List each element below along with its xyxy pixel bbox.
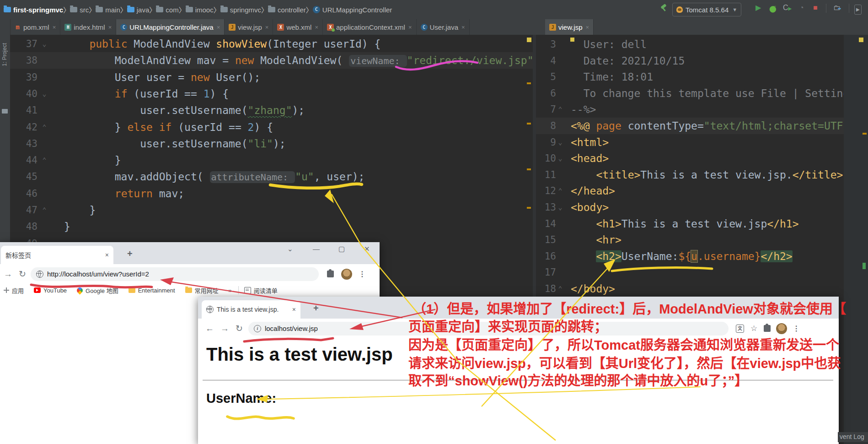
extensions-icon[interactable] <box>327 271 334 277</box>
code-line-17[interactable]: 17 <box>536 264 844 281</box>
breadcrumb-item-first-springmvc[interactable]: first-springmvc <box>4 6 63 14</box>
bookmark-应用[interactable]: 应用 <box>4 286 24 295</box>
minimize-icon[interactable]: — <box>313 245 320 253</box>
tab-URLMappingController.java[interactable]: CURLMappingController.java× <box>116 19 225 35</box>
close-icon[interactable]: × <box>217 24 220 31</box>
close-icon[interactable]: × <box>265 24 269 31</box>
profile-avatar[interactable] <box>776 323 787 334</box>
code-line-15[interactable]: 15 <hr> <box>536 232 844 248</box>
code-line-11[interactable]: 11 <title>This is a test view.jsp.</titl… <box>536 167 844 183</box>
close-icon[interactable]: × <box>408 24 412 31</box>
browser1-tab[interactable]: 新标签页 × <box>1 246 113 264</box>
code-line-42[interactable]: 42⌃ } else if (userId == 2) { <box>10 119 533 135</box>
profile-avatar[interactable] <box>341 269 352 280</box>
fold-icon[interactable]: ⌃ <box>556 281 564 297</box>
fold-icon[interactable]: ⌃ <box>38 152 51 168</box>
tab-index.html[interactable]: Hindex.html× <box>60 19 116 35</box>
breadcrumb-item-imooc[interactable]: imooc <box>186 6 214 14</box>
breadcrumb-item-URLMappingController[interactable]: CURLMappingController <box>313 6 392 14</box>
fold-icon[interactable]: ⌄ <box>38 36 51 52</box>
new-tab-button[interactable]: + <box>127 249 133 259</box>
code-line-13[interactable]: 13⌄<body> <box>536 199 844 216</box>
fold-icon[interactable]: ⌄ <box>38 86 51 102</box>
back-icon[interactable]: ← <box>205 324 214 334</box>
tab-view.jsp[interactable]: Jview.jsp× <box>225 19 273 35</box>
close-icon[interactable]: ✕ <box>364 245 370 253</box>
breadcrumb-item-com[interactable]: com <box>156 6 178 14</box>
profiler-button[interactable]: ◔ <box>799 4 804 12</box>
fold-icon[interactable]: ⌃ <box>556 183 564 199</box>
reload-icon[interactable]: ↻ <box>19 269 26 279</box>
bookmarks-overflow-icon[interactable]: » <box>229 287 232 294</box>
debug-button[interactable]: ⬤̈ <box>769 5 777 13</box>
code-line-39[interactable]: 39 User user = new User(); <box>10 69 533 86</box>
code-line-3[interactable]: 3 User: dell <box>536 36 844 53</box>
code-line-47[interactable]: 47⌃ } <box>10 202 533 218</box>
menu-kebab-icon[interactable]: ⋮ <box>793 324 800 333</box>
code-line-18[interactable]: 18⌃</body> <box>536 281 844 297</box>
close-icon[interactable]: × <box>53 24 56 31</box>
breadcrumb-item-controller[interactable]: controller <box>268 6 306 14</box>
code-line-5[interactable]: 5 Time: 18:01 <box>536 69 844 85</box>
code-line-10[interactable]: 10⌄<head> <box>536 150 844 167</box>
reading-list-button[interactable]: 阅读清单 <box>244 286 278 295</box>
bookmark-star-icon[interactable]: ☆ <box>750 324 757 333</box>
tab-applicationContext.xml[interactable]: XapplicationContext.xml× <box>323 19 417 35</box>
code-line-9[interactable]: 9⌄<html> <box>536 134 844 151</box>
stop-button[interactable]: ■ <box>813 4 818 12</box>
scrollbar-stripe-area[interactable] <box>844 35 868 444</box>
tab-pom.xml[interactable]: mpom.xml× <box>10 19 60 35</box>
tab-web.xml[interactable]: Xweb.xml× <box>273 19 323 35</box>
bookmark-Entertainment[interactable]: Entertainment <box>129 286 175 295</box>
build-hammer-icon[interactable] <box>660 5 667 11</box>
project-structure-icon[interactable]: 🗀▪▪ <box>833 4 841 13</box>
fold-icon[interactable]: ⌄ <box>556 134 564 151</box>
fold-icon[interactable]: ⌄ <box>556 150 564 167</box>
run-button[interactable]: ▶ <box>755 4 761 12</box>
browser2-tab[interactable]: This is a test view.jsp. × <box>202 300 300 319</box>
code-line-37[interactable]: 37⌄ public ModelAndView showView(Integer… <box>10 36 533 52</box>
project-tool-label[interactable]: 1: Project <box>1 43 8 66</box>
code-line-12[interactable]: 12⌃</head> <box>536 183 844 199</box>
breadcrumb-item-springmvc[interactable]: springmvc <box>220 6 261 14</box>
close-icon[interactable]: × <box>108 24 112 31</box>
code-line-43[interactable]: 43 user.setUsername("li"); <box>10 135 533 152</box>
run-window-icon[interactable]: ▶ <box>854 5 862 15</box>
tab-User.java[interactable]: CUser.java× <box>417 19 470 35</box>
browser2-url-bar[interactable]: i localhost/view.jsp <box>248 322 729 336</box>
code-line-48[interactable]: 48 } <box>10 218 533 235</box>
close-icon[interactable]: × <box>461 24 465 31</box>
code-line-6[interactable]: 6 To change this template use File | Set… <box>536 85 844 102</box>
breadcrumb-item-main[interactable]: main <box>96 6 120 14</box>
bookmark-YouTube[interactable]: YouTube <box>34 286 67 295</box>
code-line-44[interactable]: 44⌃ } <box>10 152 533 168</box>
breadcrumb-item-src[interactable]: src <box>70 6 89 14</box>
code-line-14[interactable]: 14 <h1>This is a test view.jsp</h1> <box>536 216 844 232</box>
breadcrumb-item-java[interactable]: java <box>127 6 150 14</box>
bookmark-常用网址[interactable]: 常用网址 <box>185 286 219 295</box>
fold-icon[interactable]: ⌃ <box>38 119 51 135</box>
forward-icon[interactable]: → <box>220 324 229 334</box>
code-line-45[interactable]: 45 mav.addObject( attributeName: "u", us… <box>10 168 533 185</box>
fold-icon[interactable]: ⌄ <box>556 199 564 216</box>
code-line-38[interactable]: 38 ModelAndView mav = new ModelAndView( … <box>10 52 533 69</box>
bookmark-Google 地图[interactable]: Google 地图 <box>77 286 118 295</box>
fold-icon[interactable]: ⌃ <box>556 101 564 118</box>
code-line-8[interactable]: 8 <%@ page contentType="text/html;charse… <box>536 118 844 134</box>
close-icon[interactable]: × <box>105 251 109 259</box>
fold-icon[interactable]: ⌃ <box>38 202 51 218</box>
translate-icon[interactable]: 文 <box>736 325 744 333</box>
reload-icon[interactable]: ↻ <box>236 323 243 334</box>
code-line-16[interactable]: 16 <h2>UserName:${u.username}</h2> <box>536 248 844 265</box>
extensions-icon[interactable] <box>764 325 771 332</box>
tab-view.jsp[interactable]: Jview.jsp× <box>545 19 594 35</box>
code-line-40[interactable]: 40⌄ if (userId == 1) { <box>10 86 533 102</box>
coverage-button[interactable]: C▶ <box>783 4 792 13</box>
browser1-url[interactable]: http://localhost/um/view?userId=2 <box>47 270 149 278</box>
new-tab-button[interactable]: + <box>313 303 319 314</box>
tab-search-chevron-icon[interactable]: ⌄ <box>287 245 293 253</box>
browser1-url-bar[interactable]: http://localhost/um/view?userId=2 <box>31 267 319 281</box>
code-line-4[interactable]: 4 Date: 2021/10/15 <box>536 53 844 69</box>
forward-icon[interactable]: → <box>4 269 12 279</box>
run-configuration-select[interactable]: Tomcat 8.5.64 ▼ <box>672 3 741 16</box>
